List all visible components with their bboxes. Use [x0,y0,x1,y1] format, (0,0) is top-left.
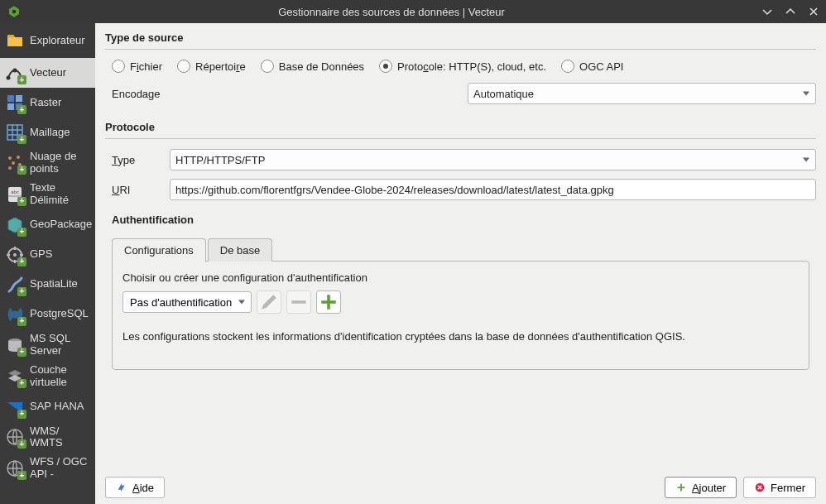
source-list-sidebar: Explorateur Vecteur Raster Maillage [0,23,95,504]
protocol-header[interactable]: Protocole [105,113,816,139]
sidebar-item-label: WMS/ WMTS [30,425,63,450]
sidebar-item-maillage[interactable]: Maillage [0,118,95,147]
saphana-icon [5,397,25,417]
radio-fichier[interactable]: Fichier [112,60,162,73]
svg-point-12 [8,166,12,170]
auth-tab-panel: Choisir ou créer une configuration d'aut… [112,261,809,370]
add-button[interactable]: Ajouter [665,477,737,498]
mesh-icon [5,122,25,142]
svg-rect-20 [291,300,306,304]
radio-dot-icon [112,60,125,73]
svg-point-9 [17,156,20,159]
maximize-button[interactable] [785,6,796,17]
svg-rect-6 [7,103,14,110]
sidebar-item-geopackage[interactable]: GeoPackage [0,210,95,240]
auth-tabs: Configurations De base [112,238,809,261]
dialog-footer: Aide Ajouter Fermer [95,471,826,504]
radio-base-de-donnees[interactable]: Base de Données [261,60,364,73]
sidebar-item-raster[interactable]: Raster [0,88,95,118]
sidebar-item-gps[interactable]: GPS [0,240,95,270]
wfs-icon [5,458,25,478]
svg-text:abc: abc [11,190,19,194]
vector-icon [5,63,25,83]
protocol-type-label: Type [112,154,161,166]
sidebar-item-texte-delimite[interactable]: abc Texte Délimité [0,179,95,210]
geopackage-icon [5,215,25,235]
tab-configurations[interactable]: Configurations [112,238,206,262]
sidebar-item-label: Nuage de points [30,151,90,175]
auth-config-select[interactable]: Pas d'authentification [122,291,252,313]
auth-edit-button[interactable] [257,290,281,314]
sidebar-item-label: GeoPackage [30,218,92,231]
radio-label: Répertoire [195,60,246,73]
source-type-header[interactable]: Type de source [105,23,816,50]
auth-header[interactable]: Authentification [105,209,816,231]
virtual-layer-icon [5,367,25,386]
radio-label: Protocole: HTTP(S), cloud, etc. [397,60,546,73]
sidebar-item-label: Explorateur [30,35,84,47]
plus-icon [675,482,687,493]
svg-point-3 [13,69,17,73]
minimize-button[interactable] [761,6,773,17]
radio-repertoire[interactable]: Répertoire [177,60,246,73]
protocol-type-select[interactable]: HTTP/HTTPS/FTP [170,149,816,170]
sidebar-item-spatialite[interactable]: SpatiaLite [0,270,95,300]
sidebar-item-vecteur[interactable]: Vecteur [0,58,95,88]
sidebar-item-explorateur[interactable]: Explorateur [0,23,95,58]
help-button[interactable]: Aide [105,477,165,498]
radio-dot-icon [561,60,574,73]
radio-label: Fichier [130,60,162,73]
protocol-uri-input[interactable] [170,179,816,200]
sidebar-item-couche-virtuelle[interactable]: Couche virtuelle [0,361,95,392]
radio-protocole[interactable]: Protocole: HTTP(S), cloud, etc. [379,60,546,73]
close-button[interactable]: Fermer [743,477,816,498]
mssql-icon [5,335,25,355]
auth-note-text: Les configurations stockent les informat… [122,330,799,343]
sidebar-item-sap-hana[interactable]: SAP HANA [0,392,95,422]
postgres-icon [5,305,25,324]
sidebar-item-label: Vecteur [30,67,66,79]
wms-icon [5,427,25,447]
window-title: Gestionnaire des sources de données | Ve… [22,6,761,18]
title-bar: Gestionnaire des sources de données | Ve… [0,0,826,23]
tab-de-base[interactable]: De base [208,238,272,262]
sidebar-item-mssql[interactable]: MS SQL Server [0,329,95,361]
radio-dot-icon [261,60,274,73]
sidebar-item-wms-wmts[interactable]: WMS/ WMTS [0,422,95,454]
svg-point-16 [13,253,17,257]
sidebar-item-label: Texte Délimité [30,182,90,207]
sidebar-item-label: GPS [30,248,52,261]
close-window-button[interactable] [808,6,819,17]
radio-label: OGC API [579,60,623,73]
sidebar-item-label: MS SQL Server [30,333,90,358]
sidebar-item-postgresql[interactable]: PostgreSQL [0,300,95,329]
svg-point-10 [12,161,15,165]
pointcloud-icon [5,153,25,173]
radio-dot-icon [379,60,392,73]
help-icon [116,482,127,493]
encoding-select[interactable]: Automatique [468,83,816,104]
radio-ogc-api[interactable]: OGC API [561,60,623,73]
sidebar-item-label: SAP HANA [30,401,84,413]
sidebar-item-label: SpatiaLite [30,278,78,290]
radio-dot-icon [177,60,190,73]
auth-add-button[interactable] [316,290,341,314]
encoding-label: Encodage [112,88,459,100]
svg-rect-24 [678,487,685,488]
svg-point-8 [8,156,12,160]
sidebar-item-wfs-ogc-api[interactable]: WFS / OGC API - [0,453,95,484]
svg-rect-22 [321,300,336,304]
svg-rect-4 [7,95,14,102]
sidebar-item-label: Couche virtuelle [30,364,90,389]
protocol-uri-label: URI [112,184,161,196]
button-label: Ajouter [692,482,726,494]
raster-icon [5,93,25,113]
sidebar-item-label: Raster [30,97,61,109]
button-label: Fermer [771,482,805,494]
auth-remove-button[interactable] [286,290,311,314]
sidebar-item-label: WFS / OGC API - [30,456,90,481]
sidebar-item-nuage-de-points[interactable]: Nuage de points [0,147,95,179]
close-icon [754,482,766,493]
csv-icon: abc [5,185,25,204]
app-icon [7,4,22,19]
